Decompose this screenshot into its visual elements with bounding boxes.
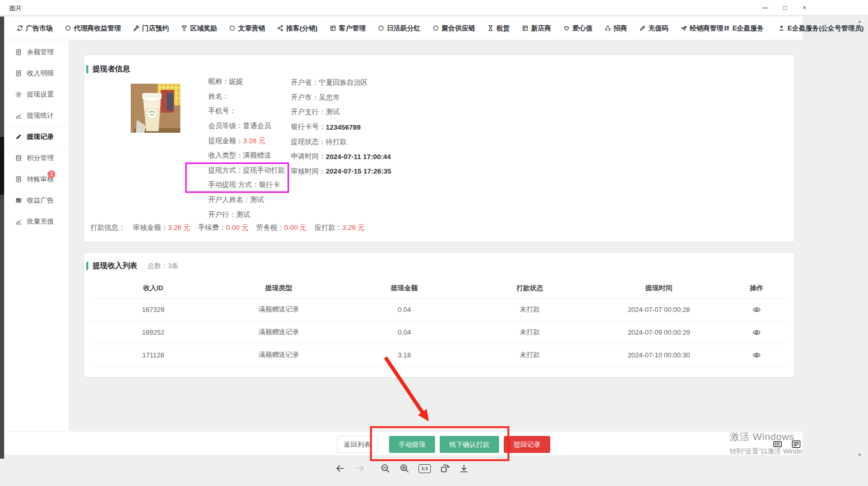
maximize-button[interactable]: □ xyxy=(775,0,795,15)
nav-item[interactable]: 新店商 xyxy=(522,24,551,33)
field-label: 审核时间： xyxy=(291,167,326,176)
panel-icon xyxy=(330,25,336,32)
view-icon[interactable] xyxy=(752,351,761,359)
nav-left-group: 广告市场代理商收益管理门店预约区域奖励文章营销推客(分销)客户管理日活跃分红聚合… xyxy=(17,24,723,33)
nav-right-group: E企盈服务E企盈服务(公众号管理员) xyxy=(723,24,864,33)
info-field: 手动提现 方式：银行卡 xyxy=(208,178,285,193)
forward-button[interactable] xyxy=(355,462,365,475)
sidebar-item[interactable]: 提现记录 xyxy=(4,126,69,147)
offline-confirm-button[interactable]: 线下确认打款 xyxy=(440,436,499,453)
info-fields-right: 开户省：宁夏回族自治区开户市：吴忠市开户支行：测试银行卡号：123456789提… xyxy=(291,75,391,179)
nav-item[interactable]: 充值码 xyxy=(639,24,669,33)
table-header-cell: 提现时间 xyxy=(593,279,725,298)
nav-item-label: 区域奖励 xyxy=(190,24,217,33)
nav-item[interactable]: 区域奖励 xyxy=(181,24,217,33)
back-to-list-button[interactable]: 返回列表 xyxy=(337,436,378,453)
actual-size-button[interactable]: 1:1 xyxy=(419,464,431,473)
field-value: 测试 xyxy=(326,107,340,117)
minimize-button[interactable]: — xyxy=(755,0,775,15)
table-cell: 0.04 xyxy=(342,321,467,343)
sidebar-item-label: 积分管理 xyxy=(27,153,54,163)
table-header-cell: 收入ID xyxy=(90,279,216,298)
section-accent-bar xyxy=(86,262,88,270)
info-field: 开户行：测试 xyxy=(208,207,285,222)
field-label: 开户行： xyxy=(208,210,236,220)
nav-item[interactable]: 日活跃分红 xyxy=(378,24,421,33)
info-field: 开户省：宁夏回族自治区 xyxy=(291,75,391,90)
scroll-down-icon[interactable]: ▼ xyxy=(856,451,864,459)
income-table-wrap: 收入ID提现类型提现金额打款状态提现时间操作 167329满额赠送记录0.04未… xyxy=(90,279,788,367)
nav-item[interactable]: 推客(分销) xyxy=(277,24,318,33)
manual-withdraw-button[interactable]: 手动提现 xyxy=(389,436,435,453)
download-button[interactable] xyxy=(459,462,469,475)
table-cell-actions xyxy=(725,343,788,366)
person-icon xyxy=(778,25,785,32)
nav-item-label: 代理商收益管理 xyxy=(74,24,121,33)
nav-item[interactable]: 文章营销 xyxy=(229,24,265,33)
payment-item: 劳务税：0.00 元 xyxy=(256,223,307,232)
info-field: 银行卡号：123456789 xyxy=(291,120,391,135)
reject-record-button[interactable]: 驳回记录 xyxy=(504,436,550,453)
view-icon[interactable] xyxy=(752,328,761,337)
db-icon xyxy=(15,154,22,162)
field-label: 手动提现 方式： xyxy=(208,180,259,190)
table-row: 169252满额赠送记录0.04未打款2024-07-09 00:00:29 xyxy=(90,321,788,343)
view-icon[interactable] xyxy=(752,305,761,314)
left-scrollbar[interactable] xyxy=(0,17,4,459)
payment-item-label: 应打款： xyxy=(315,224,343,231)
table-cell: 满额赠送记录 xyxy=(216,321,342,343)
field-value: 3.26 元 xyxy=(243,136,266,146)
sidebar-item[interactable]: 转账审核3 xyxy=(4,168,69,190)
sidebar-item-label: 提现记录 xyxy=(27,132,54,142)
sidebar-item[interactable]: 积分管理 xyxy=(4,147,69,168)
field-label: 手机号： xyxy=(208,106,236,116)
field-label: 提现金额： xyxy=(208,136,243,146)
sidebar-item[interactable]: 收入明细 xyxy=(4,62,69,84)
window-title: 图片 xyxy=(9,4,22,13)
nav-item[interactable]: 聚合供应链 xyxy=(432,24,475,33)
field-value: 测试 xyxy=(250,195,264,205)
field-label: 开户人姓名： xyxy=(208,195,250,205)
payment-summary-row: 打款信息： 审核金额：3.26 元手续费：0.00 元劳务税：0.00 元应打款… xyxy=(90,223,365,232)
income-table: 收入ID提现类型提现金额打款状态提现时间操作 167329满额赠送记录0.04未… xyxy=(90,279,788,367)
info-field: 姓名： xyxy=(208,89,285,104)
nav-item-label: E企盈服务(公众号管理员) xyxy=(787,24,863,33)
nav-item[interactable]: 租赁 xyxy=(487,24,510,33)
sidebar-item-label: 提现统计 xyxy=(27,111,54,120)
zoom-in-button[interactable] xyxy=(399,462,410,475)
nav-item[interactable]: 广告市场 xyxy=(17,24,53,33)
info-field: 会员等级：普通会员 xyxy=(208,119,285,134)
field-label: 提现状态： xyxy=(291,137,326,147)
circle-icon xyxy=(229,25,236,32)
withdraw-list-card: 提现收入列表 总数：3条 收入ID提现类型提现金额打款状态提现时间操作 1673… xyxy=(84,253,794,377)
section-header: 提现收入列表 总数：3条 xyxy=(86,261,178,271)
field-label: 申请时间： xyxy=(291,152,326,161)
nav-item[interactable]: 招商 xyxy=(605,24,627,33)
close-button[interactable]: × xyxy=(795,0,814,15)
nav-item[interactable]: 爱心值 xyxy=(563,24,593,33)
rotate-button[interactable] xyxy=(440,462,450,475)
sidebar-item[interactable]: 余额管理 xyxy=(4,41,69,62)
payment-item-value: 0.00 元 xyxy=(284,224,307,231)
nav-item[interactable]: 代理商收益管理 xyxy=(65,24,121,33)
nav-item[interactable]: E企盈服务(公众号管理员) xyxy=(778,24,863,33)
sidebar-item[interactable]: 提现统计 xyxy=(4,105,69,126)
image-icon xyxy=(15,197,22,204)
table-cell: 171128 xyxy=(90,343,216,366)
nav-item[interactable]: 客户管理 xyxy=(330,24,366,33)
left-scrollbar-thumb[interactable] xyxy=(0,137,4,195)
sidebar-item[interactable]: 提现设置 xyxy=(4,84,69,105)
zoom-out-button[interactable] xyxy=(380,462,391,475)
payment-label: 打款信息： xyxy=(90,223,126,232)
sidebar-item[interactable]: 批量充值 xyxy=(4,211,69,232)
gavel-icon xyxy=(133,25,140,32)
nav-item[interactable]: E企盈服务 xyxy=(723,24,764,33)
sidebar-item[interactable]: 收益广告 xyxy=(4,190,69,211)
pen-icon xyxy=(15,133,22,140)
nav-item[interactable]: 经销商管理 xyxy=(680,24,723,33)
share-icon xyxy=(277,25,284,32)
nav-item[interactable]: 门店预约 xyxy=(133,24,169,33)
back-button[interactable] xyxy=(335,462,345,475)
table-header-row: 收入ID提现类型提现金额打款状态提现时间操作 xyxy=(90,279,788,298)
nav-item-label: 文章营销 xyxy=(238,24,265,33)
